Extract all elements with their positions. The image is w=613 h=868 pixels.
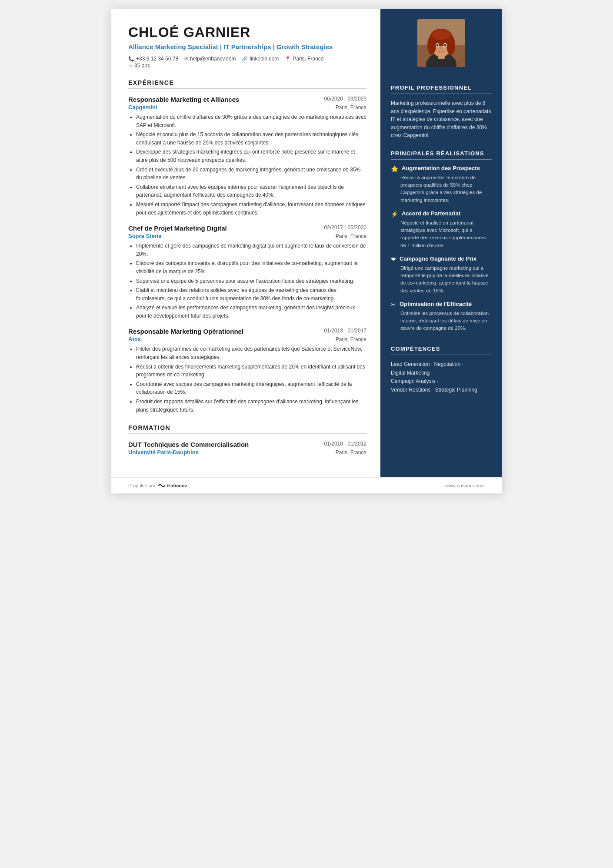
svg-point-8 (432, 30, 451, 40)
candidate-name: CHLOÉ GARNIER (128, 24, 366, 40)
realisation-desc-3: Dirigé une campagne marketing qui a remp… (391, 265, 492, 295)
realisation-desc-2: Négocié et finalisé un partenariat strat… (391, 219, 492, 249)
competence-line-2: Digital Marketing · (391, 369, 477, 378)
realisation-title-4: Optimisation de l'Efficacité (400, 301, 472, 308)
contact-info: 📞 +33 6 12 34 56 78 ✉ help@enhancv.com 🔗… (128, 56, 366, 62)
exp-role-1: Responsable Marketing et Alliances (128, 96, 239, 103)
exp-entry-1: Responsable Marketing et Alliances 06/20… (128, 96, 366, 217)
exp-bullets-1: Augmentation du chiffre d'affaires de 30… (128, 113, 366, 217)
bullet-1-2: Négocié et conclu plus de 15 accords de … (136, 131, 366, 147)
exp-location-2: Paris, France (336, 233, 366, 239)
age-info: ☆ 35 ans (128, 63, 366, 69)
competence-line-1: Lead Generation · Negotiation · (391, 360, 477, 369)
exp-role-3: Responsable Marketing Opérationnel (128, 328, 243, 335)
enhancv-logo-svg (158, 483, 166, 488)
header-section: CHLOÉ GARNIER Alliance Marketing Special… (128, 24, 366, 69)
heart-icon: ❤ (391, 256, 396, 263)
edu-degree-1: DUT Techniques de Commercialisation (128, 441, 249, 448)
email-value: help@enhancv.com (190, 56, 236, 62)
realisation-item-4: ✂ Optimisation de l'Efficacité Optimisé … (391, 301, 492, 332)
competence-line-3: Campaign Analysis · (391, 377, 477, 386)
location-icon: 📍 (285, 56, 291, 62)
right-column: PROFIL PROFESSIONNEL Marketing professio… (380, 9, 502, 477)
bullet-2-4: Établi et maintenu des relations solides… (136, 286, 366, 302)
exp-company-3: Atos (128, 336, 141, 342)
bullet-1-1: Augmentation du chiffre d'affaires de 30… (136, 113, 366, 129)
candidate-title: Alliance Marketing Specialist | IT Partn… (128, 42, 366, 51)
footer-logo: Propulsé par Enhancv (128, 483, 187, 488)
realisation-item-1: ⭐ Augmentation des Prospects Réussi à au… (391, 165, 492, 204)
photo-container (391, 19, 492, 67)
realisation-title-3: Campagne Gagnante de Prix (400, 255, 476, 263)
exp-company-line-2: Sopra Steria Paris, France (128, 233, 366, 239)
age-value: 35 ans (134, 63, 150, 69)
location-contact: 📍 Paris, France (285, 56, 323, 62)
location-value: Paris, France (293, 56, 323, 62)
realisation-title-1: Augmentation des Prospects (402, 165, 480, 172)
realisation-header-2: ⚡ Accord de Partenariat (391, 210, 492, 218)
exp-bullets-3: Piloter des programmes de co-marketing a… (128, 345, 366, 414)
exp-dates-1: 06/2020 - 09/2023 (324, 96, 366, 102)
edu-header-1: DUT Techniques de Commercialisation 01/2… (128, 441, 366, 448)
bullet-3-2: Réussi à obtenir des financements market… (136, 363, 366, 379)
realisation-header-4: ✂ Optimisation de l'Efficacité (391, 301, 492, 308)
bullet-2-3: Supervisé une équipe de 5 personnes pour… (136, 277, 366, 285)
email-icon: ✉ (184, 56, 188, 62)
resume-wrapper: CHLOÉ GARNIER Alliance Marketing Special… (111, 9, 502, 493)
footer: Propulsé par Enhancv www.enhancv.com (111, 477, 502, 493)
brand-name: Enhancv (167, 483, 187, 488)
star-outline-icon: ☆ (128, 63, 133, 69)
exp-company-2: Sopra Steria (128, 233, 162, 239)
bullet-1-4: Créé et exécuté plus de 20 campagnes de … (136, 166, 366, 182)
realisation-title-2: Accord de Partenariat (402, 210, 460, 218)
profil-text: Marketing professionnelle avec plus de 8… (391, 99, 492, 140)
bullet-2-5: Analyzé et évalué les performances des c… (136, 304, 366, 320)
bullet-2-2: Élaboré des concepts innovants et disrup… (136, 259, 366, 275)
resume-body: CHLOÉ GARNIER Alliance Marketing Special… (111, 9, 502, 477)
bullet-3-3: Coordonné avec succès des campagnes mark… (136, 380, 366, 396)
lightning-icon: ⚡ (391, 211, 398, 218)
powered-by-text: Propulsé par (128, 483, 155, 488)
realisation-header-3: ❤ Campagne Gagnante de Prix (391, 255, 492, 263)
exp-header-2: Chef de Projet Marketing Digital 02/2017… (128, 225, 366, 232)
exp-company-line-1: Capgemini Paris, France (128, 104, 366, 111)
phone-contact: 📞 +33 6 12 34 56 78 (128, 56, 178, 62)
exp-company-1: Capgemini (128, 104, 157, 111)
exp-company-line-3: Atos Paris, France (128, 336, 366, 342)
exp-dates-2: 02/2017 - 05/2020 (324, 225, 366, 231)
link-icon: 🔗 (242, 56, 248, 62)
enhancv-brand: Enhancv (158, 483, 187, 488)
exp-role-2: Chef de Projet Marketing Digital (128, 225, 227, 232)
linkedin-value: linkedin.com (250, 56, 279, 62)
exp-dates-3: 01/2013 - 01/2017 (324, 328, 366, 334)
svg-point-12 (444, 44, 446, 47)
competences-text: Lead Generation · Negotiation · Digital … (391, 360, 477, 395)
edu-dates-1: 01/2010 - 01/2012 (324, 441, 366, 447)
edu-entry-1: DUT Techniques de Commercialisation 01/2… (128, 441, 366, 456)
bullet-1-5: Collaboré étroitement avec les équipes i… (136, 183, 366, 199)
exp-location-1: Paris, France (336, 104, 366, 111)
phone-value: +33 6 12 34 56 78 (136, 56, 178, 62)
scissors-icon: ✂ (391, 301, 396, 308)
left-column: CHLOÉ GARNIER Alliance Marketing Special… (111, 9, 380, 477)
realisation-item-3: ❤ Campagne Gagnante de Prix Dirigé une c… (391, 255, 492, 295)
age-contact: ☆ 35 ans (128, 63, 150, 69)
bullet-2-1: Implémenté et géré des campagnes de mark… (136, 242, 366, 258)
exp-entry-2: Chef de Projet Marketing Digital 02/2017… (128, 225, 366, 320)
experience-section-title: EXPÉRIENCE (128, 79, 366, 89)
right-competences-title: COMPÉTENCES (391, 345, 492, 355)
exp-entry-3: Responsable Marketing Opérationnel 01/20… (128, 328, 366, 414)
realisation-desc-1: Réussi à augmenter le nombre de prospect… (391, 174, 492, 204)
competence-line-4: Vendor Relations · Strategic Planning (391, 386, 477, 395)
bullet-3-4: Produit des rapports détaillés sur l'eff… (136, 398, 366, 414)
candidate-photo (417, 19, 465, 67)
realisation-desc-4: Optimisé les processus de collaboration … (391, 310, 492, 332)
exp-bullets-2: Implémenté et géré des campagnes de mark… (128, 242, 366, 320)
exp-header-3: Responsable Marketing Opérationnel 01/20… (128, 328, 366, 335)
realisation-header-1: ⭐ Augmentation des Prospects (391, 165, 492, 172)
exp-location-3: Paris, France (336, 336, 366, 342)
bullet-3-1: Piloter des programmes de co-marketing a… (136, 345, 366, 361)
edu-school-1: Université Paris-Dauphine (128, 449, 199, 456)
edu-location-1: Paris, France (336, 449, 366, 456)
email-contact: ✉ help@enhancv.com (184, 56, 236, 62)
